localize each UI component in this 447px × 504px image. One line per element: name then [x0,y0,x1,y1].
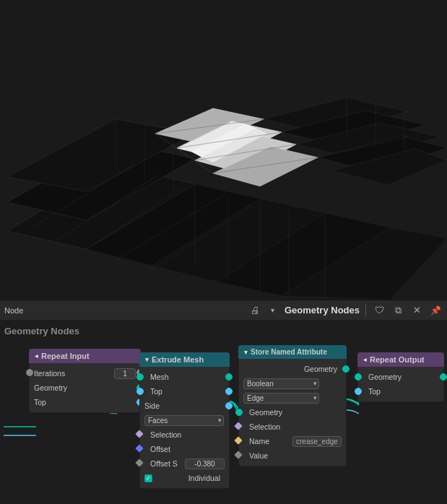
repeat-output-node: ◂ Repeat Output Geometry Top [357,352,444,402]
edge-select[interactable]: Edge Vertex Face Face Corner [243,393,319,404]
value-label: Value [249,451,272,460]
boolean-select[interactable]: Boolean Float Integer [243,378,319,389]
ro-geometry-label: Geometry [368,373,406,381]
printer-icon[interactable]: 🖨 [248,303,263,318]
ro-top-row: Top [358,384,443,399]
mesh-row: Mesh [140,370,229,384]
store-named-body: Geometry Boolean Float Integer [238,359,347,466]
copy-icon[interactable]: ⧉ [391,303,405,318]
individual-label: Individual [188,474,225,482]
individual-row: ✓ Individual [140,471,229,485]
top-socket-out[interactable] [225,388,233,395]
boolean-select-wrapper: Boolean Float Integer [243,378,319,389]
boolean-row: Boolean Float Integer [239,376,346,391]
extrude-mesh-header[interactable]: ▾ Extrude Mesh [139,352,230,367]
individual-checkbox[interactable]: ✓ [144,474,152,482]
offset-row: Offset [140,442,229,456]
geometry-out-label: Geometry [34,383,71,392]
offset-s-label: Offset S [150,459,182,468]
repeat-output-header[interactable]: ◂ Repeat Output [357,352,444,367]
repeat-input-header[interactable]: ◂ Repeat Input [29,349,141,363]
store-named-attribute-node: ▾ Store Named Attribute Geometry Boolean… [238,345,347,466]
node-editor: Node 🖨 ▾ Geometry Nodes 🛡 ⧉ ✕ 📌 Geometry… [0,300,447,504]
offset-s-row: Offset S -0.380 [140,456,229,471]
geo-nodes-label: Geometry Nodes [4,326,79,336]
offset-socket-in[interactable] [135,444,143,452]
extrude-collapse-icon[interactable]: ▾ [145,356,149,363]
close-icon[interactable]: ✕ [409,303,424,318]
iterations-value[interactable]: 1 [114,368,136,379]
viewport [0,0,447,300]
header-title: Geometry Nodes [285,305,360,316]
offset-label: Offset [150,445,175,453]
mesh-socket-out[interactable] [225,373,233,381]
top-socket-in[interactable] [136,388,144,395]
name-value[interactable] [292,436,342,447]
top-row: Top [140,384,229,399]
repeat-input-title: Repeat Input [41,352,90,360]
mesh-visualization [0,0,447,300]
store-selection-row: Selection [239,420,346,434]
name-row: Name [239,434,346,448]
geo-out-label: Geometry [304,365,342,373]
top-in-label: Top [150,387,167,396]
selection-socket-in[interactable] [135,430,143,438]
repeat-input-node: ◂ Repeat Input Iterations 1 Geometry [29,349,141,413]
ro-top-socket-in[interactable] [355,388,362,395]
mesh-socket-in[interactable] [136,373,144,381]
faces-select[interactable]: Faces Edges Vertices [144,415,224,426]
header-node-label: Node [4,306,23,315]
faces-row: Faces Edges Vertices [140,413,229,427]
dropdown-icon[interactable]: ▾ [266,303,280,318]
iterations-row: Iterations 1 [30,366,140,381]
header-icons: 🖨 ▾ [248,303,280,318]
repeat-input-body: Iterations 1 Geometry Top [29,363,141,413]
node-editor-header: Node 🖨 ▾ Geometry Nodes 🛡 ⧉ ✕ 📌 [0,300,447,320]
store-selection-label: Selection [249,422,285,431]
value-row: Value [239,448,346,463]
selection-row: Selection [140,427,229,442]
geo-in-socket[interactable] [235,409,243,416]
pin-icon[interactable]: 📌 [428,303,443,318]
store-named-collapse-icon[interactable]: ▾ [244,349,248,356]
selection-label: Selection [150,430,186,439]
geo-out-row: Geometry [239,362,346,376]
top-row-out: Top [30,395,140,409]
ro-geometry-socket-in[interactable] [355,373,362,381]
faces-select-wrapper: Faces Edges Vertices [144,415,224,426]
geo-out-socket[interactable] [342,365,350,373]
edge-row: Edge Vertex Face Face Corner [239,391,346,405]
header-separator [365,305,366,316]
extrude-mesh-title: Extrude Mesh [152,355,204,364]
top-out-label: Top [34,398,51,407]
store-selection-socket[interactable] [234,422,242,430]
extrude-mesh-body: Mesh Top Side Fac [139,367,230,489]
collapse-icon[interactable]: ◂ [35,352,38,360]
side-label: Side [144,401,164,410]
repeat-output-collapse-icon[interactable]: ◂ [363,356,367,363]
iterations-socket-in[interactable] [26,369,33,376]
offset-s-value[interactable]: -0.380 [185,459,225,469]
store-named-title: Store Named Attribute [251,348,327,356]
node-canvas: Geometry Nodes ◂ [0,320,447,504]
offset-s-socket[interactable] [135,459,143,466]
geo-in-row: Geometry [239,405,346,420]
ro-top-label: Top [368,387,385,396]
geo-in-label: Geometry [249,408,287,417]
side-socket-out[interactable] [225,402,233,409]
value-socket[interactable] [234,451,242,459]
name-label: Name [249,437,274,446]
name-socket[interactable] [234,436,242,444]
shield-icon[interactable]: 🛡 [372,303,386,318]
mesh-in-label: Mesh [150,373,173,381]
side-row: Side [140,399,229,413]
edge-select-wrapper: Edge Vertex Face Face Corner [243,393,319,404]
store-named-header[interactable]: ▾ Store Named Attribute [238,345,347,359]
ro-geometry-row: Geometry [358,370,443,384]
geometry-row-out: Geometry [30,381,140,395]
iterations-label: Iterations [34,369,69,378]
repeat-output-body: Geometry Top [357,367,444,402]
ro-geometry-socket-out[interactable] [440,373,447,381]
extrude-mesh-node: ▾ Extrude Mesh Mesh Top Side [139,352,230,489]
repeat-output-title: Repeat Output [370,355,425,364]
